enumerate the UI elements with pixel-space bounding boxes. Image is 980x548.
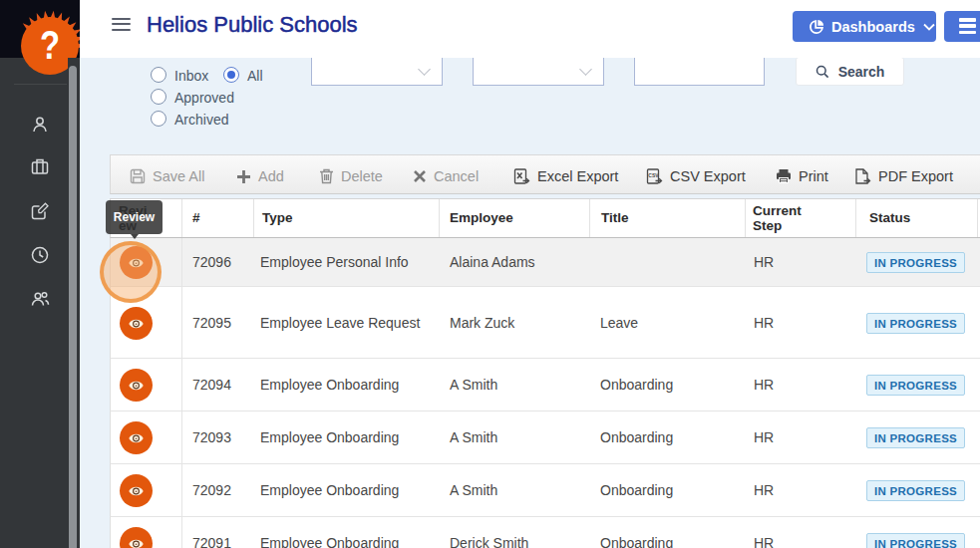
svg-text:CSV: CSV [648,172,659,178]
svg-text:?: ? [40,23,60,68]
